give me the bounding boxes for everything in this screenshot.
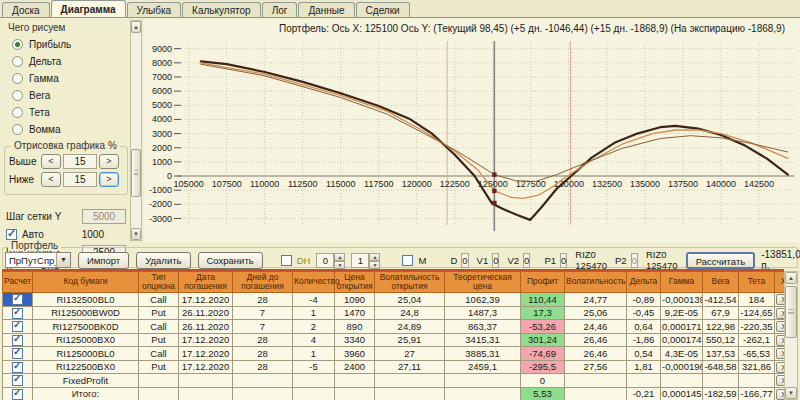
- sidebar-scroll-down-icon[interactable]: ▼: [131, 228, 141, 240]
- below-increment-button[interactable]: >: [99, 172, 119, 187]
- tab-Доска[interactable]: Доска: [2, 2, 50, 17]
- row-checkbox[interactable]: [12, 308, 23, 319]
- tab-Улыбка[interactable]: Улыбка: [127, 2, 182, 17]
- row-checkbox[interactable]: [12, 335, 23, 346]
- radio-Прибыль[interactable]: Прибыль: [2, 36, 130, 53]
- calculate-go-button[interactable]: Рассчитать ГО: [686, 252, 756, 269]
- radio-icon[interactable]: [12, 107, 23, 118]
- m-checkbox[interactable]: [402, 255, 413, 266]
- tab-Калькулятор[interactable]: Калькулятор: [182, 2, 261, 17]
- spinner-down-icon[interactable]: ▼: [334, 261, 345, 269]
- radio-label: Тета: [29, 107, 50, 118]
- d-value[interactable]: 0: [461, 253, 468, 268]
- radio-icon[interactable]: [12, 124, 23, 135]
- row-checkbox[interactable]: [12, 362, 23, 373]
- p1-label: P1: [544, 255, 556, 266]
- cell-vega: -182,59: [703, 387, 739, 400]
- row-checkbox[interactable]: [12, 294, 23, 305]
- svg-text:137500: 137500: [668, 179, 698, 189]
- above-increment-button[interactable]: >: [99, 154, 119, 169]
- strategy-combobox[interactable]: ПрПутСпр_Сп ▼: [5, 252, 71, 268]
- column-header[interactable]: Теоретическая цена: [445, 272, 521, 293]
- save-button[interactable]: Сохранить: [198, 252, 263, 269]
- tab-Лог[interactable]: Лог: [262, 2, 298, 17]
- dh-spinner-2[interactable]: 1 ▲▼: [351, 253, 380, 268]
- tab-Диаграмма[interactable]: Диаграмма: [51, 0, 126, 17]
- spinner-up-icon[interactable]: ▲: [369, 253, 380, 261]
- tab-Сделки[interactable]: Сделки: [356, 2, 410, 17]
- column-header[interactable]: Расчет: [3, 272, 33, 293]
- table-row-RI125000BW0D[interactable]: RI125000BW0DPut26.11.202071147024,81487,…: [3, 306, 793, 320]
- delete-button[interactable]: Удалить: [136, 252, 190, 269]
- sidebar-scroll-thumb[interactable]: [131, 149, 141, 197]
- column-header[interactable]: Дельта: [627, 272, 661, 293]
- table-row-FixedProfit[interactable]: FixedProfit0X: [3, 374, 793, 388]
- cell-type: Call: [139, 293, 179, 307]
- p2-value[interactable]: 0: [631, 253, 638, 268]
- table-row-RI125000BL0[interactable]: RI125000BL0Call17.12.20202813960273885,3…: [3, 347, 793, 361]
- v2-value[interactable]: 0: [523, 253, 530, 268]
- spinner-up-icon[interactable]: ▲: [334, 253, 345, 261]
- row-check-cell[interactable]: [3, 374, 33, 388]
- above-decrement-button[interactable]: <: [41, 154, 61, 169]
- row-check-cell[interactable]: [3, 387, 33, 400]
- table-row-RI125000BX0[interactable]: RI125000BX0Put17.12.2020284334025,913415…: [3, 333, 793, 347]
- row-checkbox[interactable]: [12, 321, 23, 332]
- table-row-Итого[interactable]: Итого:5,53-0,210,000145-182,59-166,77X: [3, 387, 793, 400]
- below-value[interactable]: 15: [63, 172, 97, 187]
- below-decrement-button[interactable]: <: [41, 172, 61, 187]
- row-check-cell[interactable]: [3, 360, 33, 374]
- column-header[interactable]: Количество: [293, 272, 335, 293]
- radio-icon[interactable]: [12, 56, 23, 67]
- row-checkbox[interactable]: [12, 348, 23, 359]
- radio-Гамма[interactable]: Гамма: [2, 70, 130, 87]
- row-check-cell[interactable]: [3, 320, 33, 334]
- column-header[interactable]: Вега: [703, 272, 739, 293]
- go-value: -13851,02 п.: [761, 249, 800, 271]
- radio-icon[interactable]: [12, 90, 23, 101]
- sidebar-scroll-up-icon[interactable]: ▲: [131, 21, 141, 33]
- auto-checkbox[interactable]: [6, 229, 17, 240]
- table-row-RI122500BX0[interactable]: RI122500BX0Put17.12.202028-5240027,11245…: [3, 360, 793, 374]
- radio-Вомма[interactable]: Вомма: [2, 121, 130, 138]
- cell-open_vol: [375, 387, 445, 400]
- sidebar-scrollbar[interactable]: ▲ ▼: [130, 20, 142, 241]
- column-header[interactable]: Дата погашения: [179, 272, 233, 293]
- column-header[interactable]: Дней до погашения: [233, 272, 293, 293]
- column-header[interactable]: Тип опциона: [139, 272, 179, 293]
- row-check-cell[interactable]: [3, 347, 33, 361]
- radio-icon[interactable]: [12, 39, 23, 50]
- column-header[interactable]: Гамма: [661, 272, 703, 293]
- table-row-RI132500BL0[interactable]: RI132500BL0Call17.12.202028-4109025,0410…: [3, 293, 793, 307]
- row-checkbox[interactable]: [12, 389, 23, 400]
- above-value[interactable]: 15: [63, 154, 97, 169]
- radio-Тета[interactable]: Тета: [2, 104, 130, 121]
- row-checkbox[interactable]: [12, 375, 23, 386]
- table-row-RI127500BK0D[interactable]: RI127500BK0DCall26.11.20207289024,89863,…: [3, 320, 793, 334]
- v1-value[interactable]: 0: [492, 253, 499, 268]
- column-header[interactable]: Волатильность открытия: [375, 272, 445, 293]
- grid-step-y-input[interactable]: 5000: [82, 209, 126, 224]
- column-header[interactable]: Профит: [521, 272, 565, 293]
- radio-Дельта[interactable]: Дельта: [2, 53, 130, 70]
- row-check-cell[interactable]: [3, 306, 33, 320]
- column-header[interactable]: Волатильность: [565, 272, 627, 293]
- column-header[interactable]: Код бумаги: [33, 272, 139, 293]
- chevron-down-icon[interactable]: ▼: [56, 253, 70, 267]
- p1-value[interactable]: 0: [560, 253, 567, 268]
- spinner-down-icon[interactable]: ▼: [369, 261, 380, 269]
- table-scrollbar[interactable]: ▲ ▼: [784, 271, 798, 400]
- column-header[interactable]: Тета: [739, 272, 775, 293]
- dh-checkbox[interactable]: [281, 255, 292, 266]
- table-scroll-up-icon[interactable]: ▲: [785, 272, 797, 284]
- radio-icon[interactable]: [12, 73, 23, 84]
- table-scroll-down-icon[interactable]: ▼: [785, 387, 797, 399]
- dh-spinner-1[interactable]: 0 ▲▼: [316, 253, 345, 268]
- table-scroll-thumb[interactable]: [785, 286, 797, 338]
- radio-Вега[interactable]: Вега: [2, 87, 130, 104]
- tab-Данные[interactable]: Данные: [298, 2, 354, 17]
- row-check-cell[interactable]: [3, 293, 33, 307]
- import-button[interactable]: Импорт: [78, 252, 129, 269]
- row-check-cell[interactable]: [3, 333, 33, 347]
- column-header[interactable]: Цена открытия: [335, 272, 375, 293]
